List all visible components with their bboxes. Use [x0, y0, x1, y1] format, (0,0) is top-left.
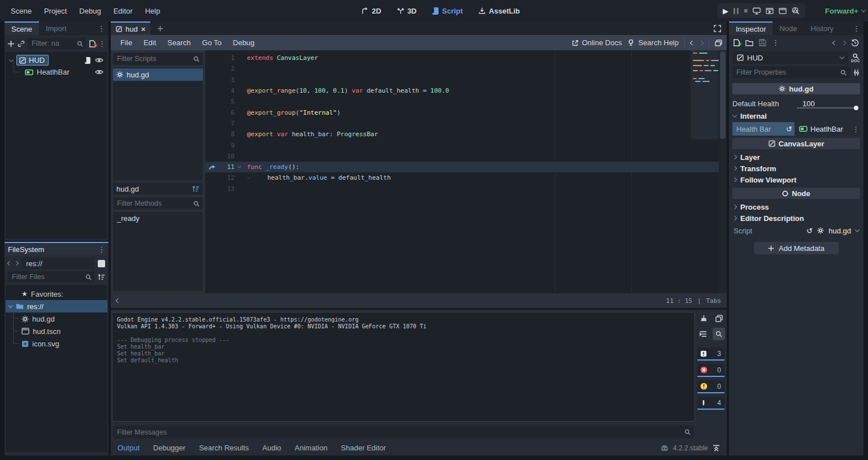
- object-history-icon[interactable]: [851, 39, 859, 46]
- load-resource-icon[interactable]: [745, 40, 753, 46]
- health-bar-label-cell[interactable]: Health Bar ↺: [732, 122, 795, 136]
- filter-methods-input[interactable]: [113, 199, 203, 207]
- menu-help[interactable]: Help: [140, 5, 166, 18]
- menu-search[interactable]: Search: [162, 37, 196, 49]
- history-back-icon[interactable]: [690, 40, 695, 45]
- edited-object-selector[interactable]: HUD: [732, 51, 848, 64]
- open-docs-button[interactable]: DOC: [851, 53, 860, 63]
- add-node-button[interactable]: [7, 40, 15, 47]
- fold-icon[interactable]: [237, 164, 241, 168]
- pause-button[interactable]: [734, 8, 739, 14]
- toggle-errors-filter[interactable]: 0: [697, 364, 724, 377]
- filesystem-filter-input[interactable]: [8, 273, 95, 281]
- menu-edit[interactable]: Edit: [138, 37, 161, 49]
- script-value[interactable]: hud.gd: [828, 227, 851, 235]
- expand-bottom-panel-icon[interactable]: [713, 445, 720, 452]
- filesystem-menu-icon[interactable]: ⋮: [98, 246, 105, 253]
- scene-dock-menu-icon[interactable]: ⋮: [94, 25, 108, 32]
- tab-shader-editor[interactable]: Shader Editor: [341, 444, 386, 452]
- toggle-messages-filter[interactable]: 3: [697, 348, 724, 361]
- tab-debugger[interactable]: Debugger: [153, 444, 185, 452]
- output-log[interactable]: Godot Engine v4.2.2.stable.official.1507…: [112, 312, 695, 422]
- tab-audio[interactable]: Audio: [262, 444, 281, 452]
- tab-animation[interactable]: Animation: [295, 444, 328, 452]
- search-output-button[interactable]: [713, 328, 725, 340]
- scene-tree-menu-icon[interactable]: ⋮: [98, 40, 106, 47]
- filter-messages-input[interactable]: [113, 428, 694, 436]
- mode-assetlib-button[interactable]: AssetLib: [473, 5, 526, 18]
- sort-files-icon[interactable]: [98, 274, 105, 281]
- nav-forward-icon[interactable]: [14, 261, 19, 266]
- group-internal[interactable]: Internal: [729, 110, 863, 121]
- file-hud-gd[interactable]: hud.gd: [6, 313, 107, 325]
- tab-inspector[interactable]: Inspector: [729, 21, 772, 35]
- script-item-hud-gd[interactable]: hud.gd: [113, 68, 203, 81]
- property-tools-icon[interactable]: [853, 69, 860, 76]
- renderer-selector[interactable]: Forward+: [825, 0, 865, 21]
- instance-scene-button[interactable]: [18, 40, 25, 47]
- file-icon-svg[interactable]: icon.svg: [6, 337, 107, 350]
- resource-options-icon[interactable]: ⋮: [772, 39, 779, 46]
- tab-import[interactable]: Import: [39, 21, 73, 35]
- group-editor-description[interactable]: Editor Description: [729, 212, 863, 224]
- distraction-free-icon[interactable]: [708, 21, 727, 35]
- section-node[interactable]: Node: [732, 188, 860, 199]
- remote-debug-button[interactable]: [753, 7, 761, 15]
- menu-debug[interactable]: Debug: [228, 37, 259, 49]
- script-tab-hud[interactable]: hud ×: [111, 21, 150, 35]
- script-section-header[interactable]: hud.gd: [732, 83, 860, 94]
- scene-node-healthbar[interactable]: HeatlhBar: [6, 66, 107, 78]
- mode-3d-button[interactable]: 3D: [392, 5, 423, 18]
- nav-back-icon[interactable]: [7, 261, 12, 266]
- play-custom-scene-button[interactable]: [779, 7, 787, 14]
- new-tab-button[interactable]: [150, 21, 170, 35]
- menu-scene[interactable]: Scene: [6, 5, 37, 18]
- menu-file[interactable]: File: [115, 37, 137, 49]
- history-forward-icon[interactable]: [841, 40, 846, 45]
- indent-type[interactable]: Tabs: [706, 297, 722, 305]
- toggle-split-mode-button[interactable]: [98, 260, 105, 267]
- property-options-icon[interactable]: ⋮: [850, 125, 861, 133]
- menu-project[interactable]: Project: [39, 5, 72, 18]
- version-label[interactable]: 4.2.2.stable: [673, 444, 708, 452]
- code-scrollbar[interactable]: [719, 50, 727, 293]
- make-floating-icon[interactable]: [715, 40, 722, 46]
- toggle-warnings-filter[interactable]: 0: [697, 380, 724, 393]
- filter-scripts-input[interactable]: [113, 55, 203, 63]
- slider-knob[interactable]: [854, 106, 858, 110]
- tab-scene[interactable]: Scene: [5, 21, 39, 35]
- mode-script-button[interactable]: Script: [427, 5, 468, 18]
- toggle-editor-messages-filter[interactable]: 4: [697, 397, 724, 410]
- history-back-icon[interactable]: [832, 40, 837, 45]
- visibility-eye-icon[interactable]: [95, 69, 103, 75]
- scene-node-hud[interactable]: HUD: [6, 54, 107, 66]
- collapse-tree-button[interactable]: [697, 328, 709, 340]
- close-tab-icon[interactable]: ×: [141, 25, 146, 33]
- mode-2d-button[interactable]: 2D: [356, 5, 387, 18]
- copy-output-button[interactable]: [713, 312, 725, 324]
- detach-script-button[interactable]: ×: [89, 40, 96, 47]
- history-forward-icon[interactable]: [699, 40, 704, 45]
- code-editor[interactable]: 1extends CanvasLayer 2 3 4@export_range(…: [205, 50, 727, 293]
- collapse-icon[interactable]: [9, 57, 14, 62]
- folder-res-row[interactable]: res://: [6, 300, 107, 313]
- play-scene-button[interactable]: [766, 7, 774, 14]
- tab-search-results[interactable]: Search Results: [199, 444, 249, 452]
- group-layer[interactable]: Layer: [729, 151, 863, 163]
- revert-icon[interactable]: ↺: [786, 125, 792, 133]
- visibility-eye-icon[interactable]: [95, 57, 103, 63]
- tab-output[interactable]: Output: [118, 444, 140, 452]
- save-resource-icon[interactable]: [759, 39, 766, 46]
- menu-goto[interactable]: Go To: [197, 37, 227, 49]
- stop-button[interactable]: ■: [744, 7, 748, 15]
- add-metadata-button[interactable]: Add Metadata: [754, 242, 839, 254]
- filter-properties-input[interactable]: [732, 68, 850, 76]
- sort-methods-icon[interactable]: [192, 185, 199, 193]
- code-minimap[interactable]: [691, 50, 718, 293]
- health-bar-value[interactable]: HeatlhBar: [795, 125, 850, 133]
- collapse-icon[interactable]: [8, 303, 13, 307]
- default-health-field[interactable]: 100: [796, 97, 860, 110]
- clear-output-button[interactable]: [697, 312, 709, 324]
- section-canvaslayer[interactable]: CanvasLayer: [732, 138, 860, 149]
- search-help-button[interactable]: Search Help: [627, 38, 679, 47]
